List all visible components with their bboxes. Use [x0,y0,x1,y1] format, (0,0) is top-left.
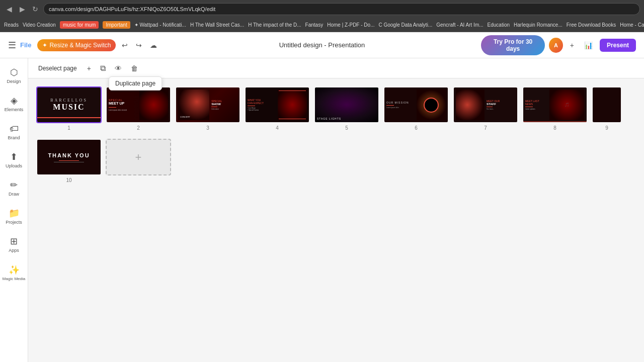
page-thumb-2[interactable]: SPECIAL MEET UP Lorem ipsum dolor sit am… [106,86,171,123]
page-num-3: 3 [206,125,209,131]
sidebar-label-elements: Elements [5,107,24,112]
visibility-button[interactable]: 👁 [112,62,125,74]
apps-icon: ⊞ [10,236,18,247]
music-logo: BARCELLOS MUSIC [50,98,88,112]
sidebar-item-brand[interactable]: 🏷 Brand [2,119,26,145]
magic-icon: ✦ [42,42,47,49]
app-container: ⬡ Design ◈ Elements 🏷 Brand ⬆ Uploads ✏ … [0,58,644,362]
page-thumb-6[interactable]: OUR MISSION Lorem ipsum dolor [383,86,449,123]
page-thumb-1[interactable]: BARCELLOS MUSIC [36,86,102,123]
back-button[interactable]: ◀ [4,4,14,14]
magic-switch-label: Resize & Magic Switch [49,42,111,49]
page-num-10: 10 [66,177,71,183]
slide-5-content: STAGE LIGHTS [315,87,378,122]
deselect-page-button[interactable]: Deselect page [34,63,81,74]
menu-icon[interactable]: ☰ [8,40,16,51]
delete-button[interactable]: 🗑 [128,62,141,74]
sidebar-item-design[interactable]: ⬡ Design [2,62,26,88]
sidebar-label-design: Design [7,79,21,84]
duplicate-button[interactable]: ⧉ [97,62,109,75]
topbar-center: Untitled design - Presentation [167,41,477,49]
duplicate-tooltip: Duplicate page [109,76,162,90]
bookmark-books[interactable]: Free Download Books [567,22,616,28]
sidebar-label-brand: Brand [8,135,20,140]
bookmark-harlequin[interactable]: Harlequin Romance... [514,22,562,28]
thank-you-text: THANK YOU [48,152,90,158]
bookmark-wsj[interactable]: H The Wall Street Cas... [190,22,244,28]
url-text: canva.com/design/DAGHPuLuFls/hz:XFNlQoZ6… [49,6,215,12]
page-item-3[interactable]: CONCERT SPECIAL SHOW Information [175,86,240,131]
page-item-8[interactable]: MEET LAST NEWS Latest updates 🎵 [522,86,588,131]
bookmark-google[interactable]: C Google Data Analyti... [378,22,432,28]
page-item-6[interactable]: OUR MISSION Lorem ipsum dolor [383,86,449,131]
magic-switch-button[interactable]: ✦ Resize & Magic Switch [37,39,116,51]
sidebar-item-draw[interactable]: ✏ Draw [2,175,26,201]
page-num-9: 9 [605,125,608,131]
page-thumb-3[interactable]: CONCERT SPECIAL SHOW Information [175,86,240,123]
forward-button[interactable]: ▶ [17,4,27,14]
sidebar-item-uploads[interactable]: ⬆ Uploads [2,147,26,173]
page-num-4: 4 [276,125,279,131]
browser-bar: ◀ ▶ ↻ canva.com/design/DAGHPuLuFls/hz:XF… [0,0,644,18]
sidebar-item-apps[interactable]: ⊞ Apps [2,231,26,257]
avatar[interactable]: A [549,38,563,53]
redo-button[interactable]: ↪ [134,39,144,51]
page-item-7[interactable]: MEET OUR STAFF Our team... 7 [453,86,518,131]
elements-icon: ◈ [11,95,18,106]
main-content: Deselect page + ⧉ 👁 🗑 Duplicate page BAR… [28,58,644,362]
present-button[interactable]: Present [600,39,636,52]
bookmark-wattpad[interactable]: ✦ Wattpad - Notificati... [134,22,186,28]
refresh-button[interactable]: ↻ [30,4,40,14]
pages-row-1: BARCELLOS MUSIC 1 [36,86,636,131]
try-pro-button[interactable]: Try Pro for 30 days [481,35,545,55]
bookmark-reads[interactable]: Reads [4,22,19,28]
page-item-9[interactable]: 9 [592,86,622,131]
page-item-4[interactable]: WHAT YOU CAN EXPECT • Live Music • Speci… [245,86,310,131]
magic-media-icon: ✨ [9,264,20,276]
add-page-item[interactable]: + [106,139,171,183]
pages-row-2: THANK YOU 10 + [36,139,636,183]
page-num-5: 5 [345,125,348,131]
bookmark-gencraft[interactable]: Gencraft - AI Art Im... [436,22,483,28]
page-item-10[interactable]: THANK YOU 10 [36,139,102,183]
page-thumb-4[interactable]: WHAT YOU CAN EXPECT • Live Music • Speci… [245,86,310,123]
url-bar[interactable]: canva.com/design/DAGHPuLuFls/hz:XFNlQoZ6… [43,3,640,15]
slide-1-content: BARCELLOS MUSIC [37,87,101,122]
page-num-1: 1 [67,125,70,131]
uploads-icon: ⬆ [10,151,18,162]
page-item-2[interactable]: SPECIAL MEET UP Lorem ipsum dolor sit am… [106,86,171,131]
page-thumb-10[interactable]: THANK YOU [36,139,102,175]
bookmark-important[interactable]: Important [103,21,130,29]
red-accent-1 [37,117,101,118]
page-thumb-5[interactable]: STAGE LIGHTS [314,86,379,123]
sidebar-item-magic-media[interactable]: ✨ Magic Media [2,259,26,286]
pages-area: BARCELLOS MUSIC 1 [28,78,644,362]
bookmark-education[interactable]: Education [488,22,510,28]
bookmark-impact[interactable]: H The impact of the D... [248,22,301,28]
sidebar-label-apps: Apps [9,248,19,253]
add-page-button[interactable]: + [106,139,171,175]
page-item-1[interactable]: BARCELLOS MUSIC 1 [36,86,102,131]
page-item-5[interactable]: STAGE LIGHTS 5 [314,86,379,131]
page-thumb-9[interactable] [592,86,622,123]
add-element-button[interactable]: + [84,62,94,74]
bookmark-zpdf[interactable]: Home | Z-PDF - Do... [327,22,374,28]
brand-icon: 🏷 [10,124,19,134]
save-status-button[interactable]: ☁ [148,39,159,51]
bookmark-home-canva[interactable]: Home - Canva... [620,22,644,28]
page-num-8: 8 [553,125,556,131]
sidebar-item-projects[interactable]: 📁 Projects [2,203,26,229]
add-team-button[interactable]: + [567,39,577,51]
file-menu[interactable]: File [20,41,31,49]
sidebar-item-elements[interactable]: ◈ Elements [2,90,26,117]
sidebar-label-uploads: Uploads [6,163,22,168]
slide-2-content: SPECIAL MEET UP Lorem ipsum dolor sit am… [107,87,170,122]
bookmark-video[interactable]: Video Creation [23,22,56,28]
share-button[interactable]: 📊 [581,39,596,51]
bookmark-music[interactable]: music for mum [60,21,99,29]
page-thumb-7[interactable]: MEET OUR STAFF Our team... [453,86,518,123]
page-thumb-8[interactable]: MEET LAST NEWS Latest updates 🎵 [522,86,588,123]
undo-button[interactable]: ↩ [120,39,130,51]
add-page-icon: + [135,151,142,164]
bookmark-fantasy[interactable]: Fantasy [305,22,324,28]
